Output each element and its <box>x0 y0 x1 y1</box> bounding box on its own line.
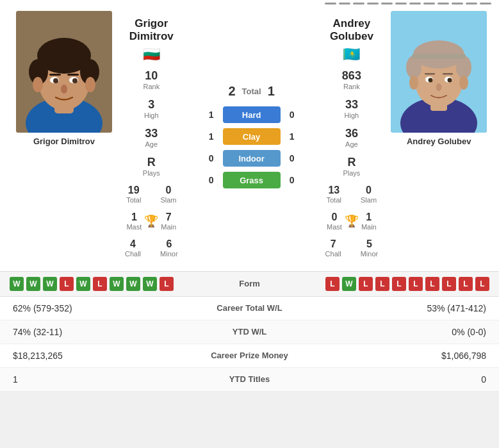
form-badge-left: W <box>43 277 57 291</box>
clay-badge: Clay <box>223 128 281 145</box>
stats-row-center: Career Total W/L <box>199 303 301 313</box>
form-badge-right: L <box>459 277 473 291</box>
player-right-mast-main: 0 Mast 🏆 1 Main <box>327 212 377 231</box>
player-left-chall-minor: 4 Chall 6 Minor <box>125 238 178 258</box>
svg-rect-32 <box>412 54 466 59</box>
score-dot <box>381 3 393 4</box>
score-dot <box>339 3 350 4</box>
svg-rect-27 <box>425 73 435 75</box>
form-badge-right: L <box>475 277 489 291</box>
stats-row-left: 74% (32-11) <box>13 327 199 337</box>
score-dot <box>353 3 364 4</box>
stats-row-center: YTD Titles <box>199 374 301 384</box>
stats-row-center: YTD W/L <box>199 327 301 336</box>
form-badge-right: L <box>392 277 406 291</box>
stats-row-right: 0% (0-0) <box>301 327 487 337</box>
stats-row-center: Career Prize Money <box>199 351 301 360</box>
svg-point-10 <box>72 78 78 83</box>
player-left-photo <box>16 11 112 133</box>
score-dot <box>325 3 336 4</box>
form-badge-left: W <box>26 277 40 291</box>
form-center-label: Form <box>224 279 275 288</box>
form-badge-left: W <box>76 277 90 291</box>
stats-row-right: $1,066,798 <box>301 351 487 361</box>
svg-point-21 <box>406 56 421 79</box>
trophy-left-icon: 🏆 <box>144 214 158 228</box>
player-right-age: 36 Age <box>345 127 358 148</box>
player-right-name: Andrey Golubev <box>407 137 471 146</box>
center-stats: 2 Total 1 1 Hard 0 1 Clay 1 0 Indoor 0 0 <box>181 11 322 265</box>
stats-table: 62% (579-352)Career Total W/L53% (471-41… <box>0 297 499 392</box>
player-left-total-slam: 19 Total 0 Slam <box>126 185 176 204</box>
player-right: Andrey Golubev <box>381 11 496 265</box>
stats-row: $18,213,265Career Prize Money$1,066,798 <box>0 344 499 368</box>
stats-row-left: $18,213,265 <box>13 351 199 361</box>
form-badge-left: W <box>143 277 157 291</box>
stats-row-right: 53% (471-412) <box>301 303 487 313</box>
svg-point-25 <box>429 78 433 83</box>
player-right-plays: R Plays <box>343 156 360 177</box>
form-badge-right: L <box>409 277 423 291</box>
stats-row: 62% (579-352)Career Total W/L53% (471-41… <box>0 297 499 320</box>
stats-row-left: 62% (579-352) <box>13 303 199 313</box>
player-left-mast-main: 1 Mast 🏆 7 Main <box>126 212 176 231</box>
player-right-rank: 863 Rank <box>342 69 361 90</box>
player-left-rank: 10 Rank <box>143 69 160 90</box>
stats-left: Grigor Dimitrov 🇧🇬 10 Rank 3 High 33 Age… <box>122 11 181 265</box>
form-badge-right: L <box>375 277 389 291</box>
stats-row: 74% (32-11)YTD W/L0% (0-0) <box>0 320 499 344</box>
player-left-high: 3 High <box>144 98 159 119</box>
score-dot <box>395 3 407 4</box>
grass-court-row: 0 Grass 0 <box>184 172 319 188</box>
svg-point-29 <box>436 83 442 91</box>
trophy-right-icon: 🏆 <box>345 214 359 228</box>
svg-rect-28 <box>443 73 453 75</box>
form-badge-left: W <box>10 277 24 291</box>
form-badge-right: L <box>442 277 456 291</box>
player-left-name: Grigor Dimitrov <box>33 137 95 146</box>
score-dot <box>452 3 463 4</box>
form-badge-right: L <box>325 277 339 291</box>
svg-point-30 <box>409 76 418 90</box>
svg-point-14 <box>33 77 43 92</box>
svg-point-13 <box>61 85 67 94</box>
form-badge-left: L <box>93 277 107 291</box>
form-badge-left: W <box>110 277 124 291</box>
svg-rect-11 <box>49 74 61 76</box>
player-left-flag: 🇧🇬 <box>143 46 160 63</box>
score-dot <box>367 3 379 4</box>
player-right-high: 33 High <box>345 98 359 119</box>
form-badge-left: W <box>126 277 140 291</box>
form-badge-left: L <box>160 277 174 291</box>
player-right-total-slam: 13 Total 0 Slam <box>327 185 377 204</box>
svg-point-9 <box>53 78 58 83</box>
indoor-badge: Indoor <box>223 150 281 167</box>
player-right-chall-minor: 7 Chall 5 Minor <box>325 238 379 258</box>
form-section: WWWLWLWWWL Form LWLLLLLLLL <box>0 271 499 297</box>
svg-point-26 <box>448 78 452 83</box>
stats-row: 1YTD Titles0 <box>0 368 499 392</box>
svg-point-31 <box>459 76 468 90</box>
form-left: WWWLWLWWWL <box>10 277 218 291</box>
svg-rect-12 <box>67 74 79 76</box>
clay-court-row: 1 Clay 1 <box>184 128 319 145</box>
score-dot <box>423 3 435 4</box>
form-badge-right: L <box>425 277 439 291</box>
form-right: LWLLLLLLLL <box>282 277 490 291</box>
svg-point-15 <box>85 77 95 92</box>
top-section: Grigor Dimitrov Grigor Dimitrov 🇧🇬 10 Ra… <box>0 4 499 271</box>
svg-point-22 <box>456 56 471 79</box>
stats-right: Andrey Golubev 🇰🇿 863 Rank 33 High 36 Ag… <box>322 11 382 265</box>
stats-row-right: 0 <box>301 374 487 385</box>
total-row: 2 Total 1 <box>184 84 319 99</box>
hard-court-row: 1 Hard 0 <box>184 106 319 123</box>
stats-row-left: 1 <box>13 374 199 385</box>
player-right-flag: 🇰🇿 <box>343 46 360 63</box>
player-left-name-big: Grigor Dimitrov <box>129 17 174 44</box>
form-badge-right: W <box>342 277 356 291</box>
player-left-plays: R Plays <box>143 156 160 177</box>
grass-badge: Grass <box>223 172 281 188</box>
player-right-name-big: Andrey Golubev <box>330 17 373 44</box>
player-left-age: 33 Age <box>145 127 158 148</box>
score-dot <box>438 3 449 4</box>
